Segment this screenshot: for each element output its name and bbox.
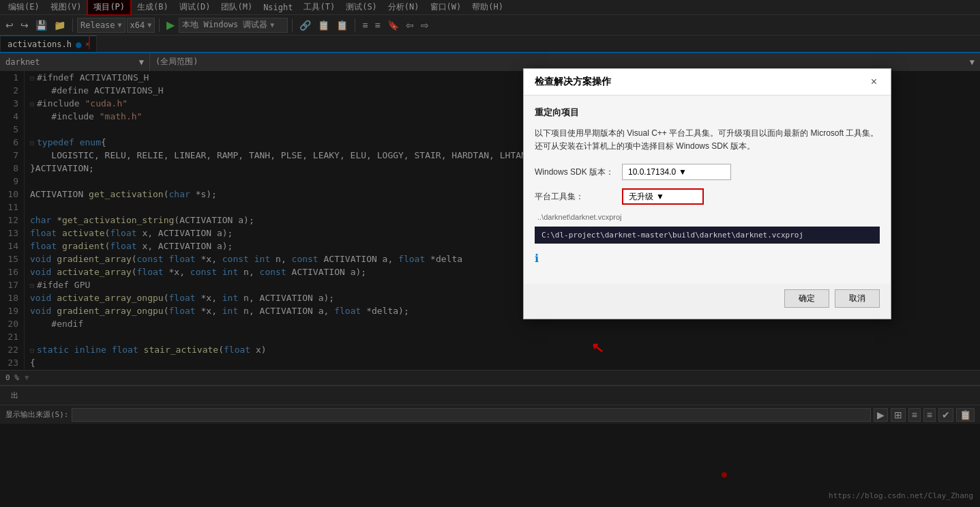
dialog-description: 以下项目使用早期版本的 Visual C++ 平台工具集。可升级项目以面向最新的… xyxy=(535,127,880,153)
dialog-retarget: 检查解决方案操作 × 重定向项目 以下项目使用早期版本的 Visual C++ … xyxy=(523,68,891,319)
sdk-value: 10.0.17134.0 xyxy=(628,167,676,177)
sdk-arrow-icon: ▼ xyxy=(679,167,687,177)
cancel-button[interactable]: 取消 xyxy=(835,289,880,308)
info-icon: ℹ xyxy=(535,252,539,265)
project-path-full: C:\dl-project\darknet-master\build\darkn… xyxy=(535,227,880,244)
platform-row: 平台工具集： 无升级 ▼ xyxy=(535,188,880,205)
dialog-body: 重定向项目 以下项目使用早期版本的 Visual C++ 平台工具集。可升级项目… xyxy=(524,96,891,284)
dialog-section-title: 重定向项目 xyxy=(535,106,880,119)
dialog-title-bar: 检查解决方案操作 × xyxy=(524,69,891,96)
platform-tools-arrow-icon: ▼ xyxy=(656,192,664,201)
dialog-title: 检查解决方案操作 xyxy=(535,76,611,88)
dialog-overlay: 检查解决方案操作 × 重定向项目 以下项目使用早期版本的 Visual C++ … xyxy=(0,0,980,507)
project-path-short: ..\darknet\darknet.vcxproj xyxy=(535,213,880,221)
sdk-label: Windows SDK 版本： xyxy=(535,166,617,178)
platform-tools-value: 无升级 xyxy=(629,191,653,203)
sdk-dropdown[interactable]: 10.0.17134.0 ▼ xyxy=(622,164,731,180)
info-row: ℹ xyxy=(535,252,880,265)
sdk-row: Windows SDK 版本： 10.0.17134.0 ▼ xyxy=(535,164,880,180)
ok-button[interactable]: 确定 xyxy=(784,289,829,308)
platform-tools-dropdown[interactable]: 无升级 ▼ xyxy=(622,188,704,205)
platform-tools-label: 平台工具集： xyxy=(535,191,617,203)
dialog-close-button[interactable]: × xyxy=(868,76,880,88)
dialog-footer: 确定 取消 xyxy=(524,284,891,319)
